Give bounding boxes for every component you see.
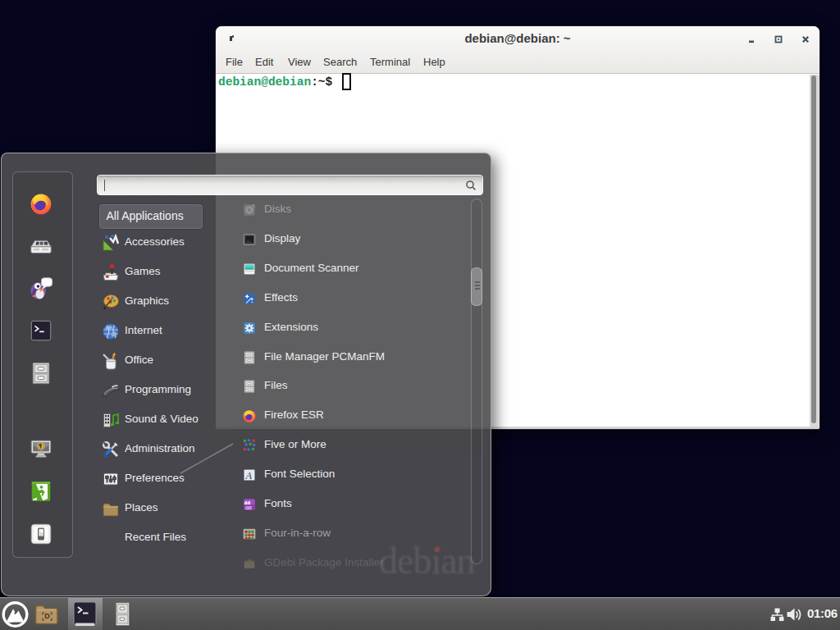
svg-text:D: D <box>44 612 50 620</box>
